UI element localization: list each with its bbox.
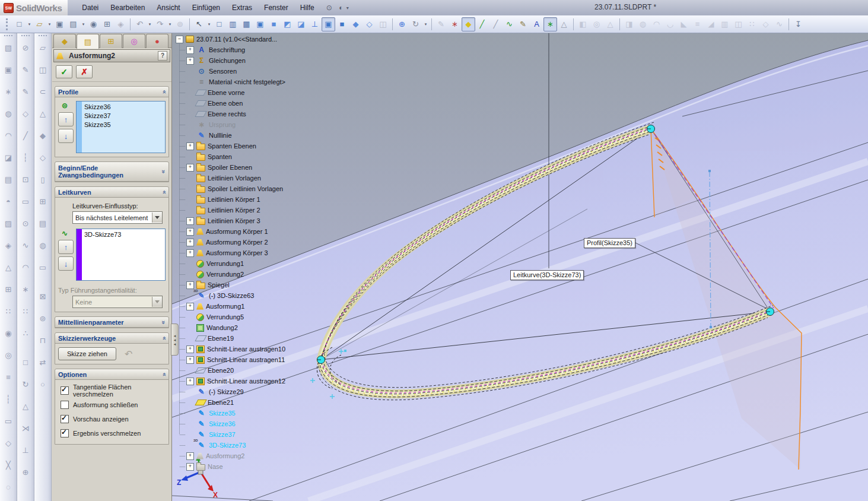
displaymanager-tab-button[interactable]: ● bbox=[146, 34, 168, 48]
attachments-button[interactable]: ⊚ bbox=[173, 17, 187, 31]
tree-item[interactable]: ≡ Material <nicht festgelegt> bbox=[176, 77, 318, 87]
shadows-in-shaded-mode-button[interactable]: ◩ bbox=[281, 17, 294, 31]
tree-item[interactable]: ✎ Skizze36 bbox=[176, 418, 318, 429]
layers-button[interactable]: ▤ bbox=[36, 217, 49, 230]
magnet-mate-button[interactable]: ⊂ bbox=[36, 85, 49, 98]
sketch-points-button[interactable]: ∴ bbox=[19, 326, 32, 340]
draft-button[interactable]: ◢ bbox=[704, 17, 718, 31]
tree-item[interactable]: ✎ (-) Skizze29 bbox=[176, 386, 318, 397]
move-down-button[interactable]: ↓ bbox=[58, 256, 74, 271]
view-lights-button[interactable]: ∗ bbox=[543, 17, 557, 31]
print-preview-button[interactable]: ◉ bbox=[87, 17, 100, 31]
tree-item[interactable]: Verrundung1 bbox=[176, 258, 318, 269]
close-sketch-button[interactable]: ⊠ bbox=[36, 290, 49, 303]
trimetric-view-button[interactable]: ◇ bbox=[363, 17, 376, 31]
trim-entities-button[interactable]: ⋊ bbox=[19, 421, 32, 435]
toolbar-options-button[interactable]: ↧ bbox=[791, 17, 805, 31]
move-copy-button[interactable]: ⇄ bbox=[36, 356, 49, 369]
revolved-boss-button[interactable]: ◎ bbox=[590, 17, 603, 31]
sheet-body-button[interactable]: ▭ bbox=[36, 261, 49, 274]
convert-entities-button[interactable]: ↻ bbox=[19, 378, 32, 391]
perspective-view-button[interactable]: ◪ bbox=[294, 17, 308, 31]
sketch-warning-button[interactable]: △ bbox=[19, 399, 32, 413]
move-up-button[interactable]: ↑ bbox=[58, 112, 74, 126]
profile-list-item[interactable]: Skizze37 bbox=[84, 112, 163, 121]
tree-root[interactable]: − 23.07.11 (v1.0<<Standard... bbox=[176, 34, 318, 45]
expand-box[interactable]: + bbox=[186, 356, 194, 364]
tree-item[interactable]: + Ausformung2 bbox=[176, 451, 318, 461]
panel-splitter-handle[interactable]: ◂◂◂ bbox=[171, 324, 179, 356]
checkbox[interactable]: ✓ bbox=[61, 386, 69, 395]
expand-box[interactable]: + bbox=[186, 228, 194, 236]
revolved-cut-button[interactable]: ◍ bbox=[636, 17, 650, 31]
shell-button[interactable]: ▥ bbox=[718, 17, 732, 31]
expand-box[interactable]: + bbox=[186, 57, 194, 65]
quick-tips-button[interactable]: ◐ bbox=[336, 4, 346, 12]
sphere-body-button[interactable]: ◍ bbox=[36, 239, 49, 252]
propertymanager-tab-button[interactable]: ▤ bbox=[77, 34, 99, 49]
expand-box[interactable]: + bbox=[186, 217, 194, 225]
fillet-button[interactable]: ◡ bbox=[663, 17, 677, 31]
hidden-lines-visible-view-button[interactable]: ▥ bbox=[226, 17, 240, 31]
tree-item[interactable]: Leitlinien Körper 2 bbox=[176, 205, 318, 215]
rebuild-button[interactable]: ◈ bbox=[114, 17, 128, 31]
section-sketch-tools-header[interactable]: Skizzierwerkzeuge » bbox=[55, 333, 168, 344]
extruded-surface-button[interactable]: ▧ bbox=[2, 41, 15, 54]
view-temporary-axes-button[interactable]: ╱ bbox=[489, 17, 503, 31]
linear-pattern-button[interactable]: ∷ bbox=[745, 17, 759, 31]
section-view-button[interactable]: ◫ bbox=[376, 17, 390, 31]
thicken-button[interactable]: ◉ bbox=[2, 326, 15, 340]
tree-item[interactable]: Ebene oben bbox=[176, 98, 318, 109]
arc-button[interactable]: ◠ bbox=[19, 261, 32, 274]
callout-leitkurve[interactable]: Leitkurve(3D-Skizze73) bbox=[510, 270, 584, 280]
tree-item[interactable]: ✎3D (-) 3D-Skizze63 bbox=[176, 290, 318, 301]
corner-rectangle-button[interactable]: ▭ bbox=[19, 195, 32, 208]
dropdown-caret[interactable]: ▾ bbox=[147, 17, 153, 31]
tree-item[interactable]: Ebene rechts bbox=[176, 109, 318, 119]
profile-list-item[interactable]: Skizze36 bbox=[84, 103, 163, 112]
section-options-header[interactable]: Optionen » bbox=[55, 369, 168, 380]
guide-curve-list-item[interactable]: 3D-Skizze73 bbox=[84, 230, 163, 239]
dropdown-caret[interactable]: ▾ bbox=[422, 17, 429, 31]
chamfer-button[interactable]: ◣ bbox=[677, 17, 691, 31]
tree-item[interactable]: + A Beschriftung bbox=[176, 45, 318, 55]
section-profile-header[interactable]: Profile » bbox=[55, 87, 168, 97]
dimxpertmanager-tab-button[interactable]: ◎ bbox=[123, 34, 145, 48]
menu-item[interactable]: Ansicht bbox=[151, 1, 186, 15]
menu-item[interactable]: Einfügen bbox=[186, 1, 226, 15]
tree-item[interactable]: ✎ Skizze35 bbox=[176, 408, 318, 418]
tree-item[interactable]: + Schnitt-Linear austragen11 bbox=[176, 354, 318, 365]
delete-face-button[interactable]: ◎ bbox=[2, 348, 15, 362]
expand-box[interactable]: + bbox=[186, 249, 194, 257]
dropdown-caret[interactable]: ▾ bbox=[80, 17, 87, 31]
sketch-pattern-button[interactable]: ∷ bbox=[19, 305, 32, 318]
filled-surface-button[interactable]: ◓ bbox=[2, 195, 15, 208]
menu-item[interactable]: Datei bbox=[76, 1, 104, 15]
tree-item[interactable]: Spoiler Leitlinien Vorlagen bbox=[176, 183, 318, 194]
new-document-button[interactable]: □ bbox=[12, 17, 26, 31]
lofted-boss-button[interactable]: △ bbox=[603, 17, 617, 31]
plane-tool-button[interactable]: ◇ bbox=[36, 151, 49, 164]
shaded-view-button[interactable]: ■ bbox=[267, 17, 281, 31]
collapse-box[interactable]: − bbox=[176, 36, 183, 43]
save-button[interactable]: ▣ bbox=[53, 17, 66, 31]
tree-item[interactable]: + Spanten Ebenen bbox=[176, 141, 318, 151]
tree-item[interactable]: Leitlinien Körper 1 bbox=[176, 194, 318, 205]
guide-curve-selection-list[interactable]: 3D-Skizze73 bbox=[76, 229, 166, 281]
profile-list-item[interactable]: Skizze35 bbox=[84, 121, 163, 129]
tree-item[interactable]: + Ausformung Körper 3 bbox=[176, 248, 318, 258]
expand-box[interactable]: + bbox=[186, 463, 194, 471]
expand-box[interactable]: + bbox=[186, 378, 194, 385]
checkbox[interactable]: ✓ bbox=[61, 429, 69, 437]
tree-item[interactable]: Verrundung2 bbox=[176, 269, 318, 280]
offset-surface-button[interactable]: ▣ bbox=[2, 63, 15, 76]
tree-item[interactable]: + Schnitt-Linear austragen12 bbox=[176, 376, 318, 386]
centerline-button[interactable]: ┆ bbox=[19, 151, 32, 164]
front-view-button[interactable]: ■ bbox=[335, 17, 349, 31]
menu-item[interactable]: Hilfe bbox=[294, 1, 320, 15]
center-rectangle-button[interactable]: ⊡ bbox=[19, 173, 32, 186]
curves-button[interactable]: ∿ bbox=[772, 17, 786, 31]
tree-item[interactable]: Wandung2 bbox=[176, 322, 318, 333]
open-button[interactable]: ▱ bbox=[33, 17, 46, 31]
dropdown-caret[interactable]: ▾ bbox=[206, 17, 212, 31]
